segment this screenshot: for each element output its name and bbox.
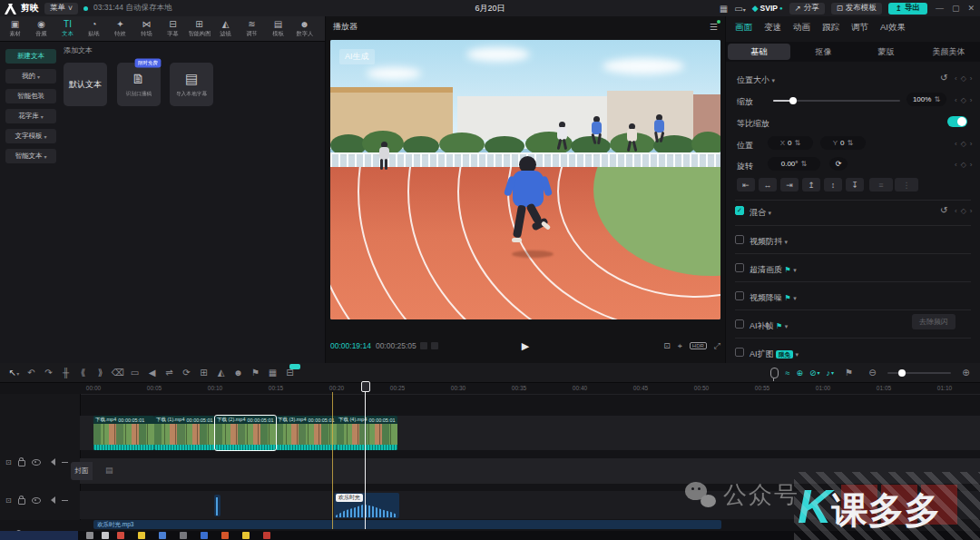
subtab-mask[interactable]: 蒙版 xyxy=(855,42,917,62)
undo-button[interactable]: ↶ xyxy=(23,368,40,378)
rotate-button[interactable]: ⟳ xyxy=(178,368,195,378)
playhead[interactable] xyxy=(365,381,366,529)
monitor-icon[interactable]: ▭▾ xyxy=(734,4,745,14)
sidebar-item-text-templates[interactable]: 文字模板▾ xyxy=(5,129,56,143)
toolbar-item-filters[interactable]: ◭滤镜 xyxy=(212,20,239,38)
tab-ai-effects[interactable]: AI效果 xyxy=(880,22,906,34)
cover-button[interactable]: 封面 xyxy=(71,462,93,480)
auto-snap-toggle[interactable]: ≈ xyxy=(785,368,789,378)
hd-quality-checkbox[interactable] xyxy=(735,263,744,272)
tab-animation[interactable]: 动画 xyxy=(793,22,810,34)
uniform-scale-toggle[interactable] xyxy=(947,116,967,127)
preview-axis-toggle[interactable]: ⊘▾ xyxy=(809,368,820,378)
chroma-key-button[interactable]: ◭ xyxy=(212,368,230,378)
svip-badge[interactable]: ◆ SVIP● xyxy=(752,4,783,13)
timeline-clip[interactable]: 下载 (4).mp400:00:05:01 xyxy=(337,416,397,450)
taskbar-app-icon[interactable] xyxy=(117,532,124,539)
align-left-button[interactable]: ⇤ xyxy=(737,178,755,191)
link-toggle[interactable]: ⊕ xyxy=(796,368,803,378)
redo-button[interactable]: ↷ xyxy=(40,368,57,378)
blend-checkbox[interactable]: ✓ xyxy=(735,206,744,215)
ai-expand-label[interactable]: AI扩图 限免 ▾ xyxy=(750,349,799,360)
toolbar-item-adjust[interactable]: ≋调节 xyxy=(239,20,265,38)
record-voiceover-icon[interactable] xyxy=(770,368,779,378)
sidebar-item-fancy-text[interactable]: 花字库▾ xyxy=(5,109,56,123)
music-track-strip[interactable]: 欢乐时光.mp3 xyxy=(93,520,721,529)
timeline-clip-selected[interactable]: 下载 (2).mp400:00:05:01 xyxy=(215,416,276,450)
keyframe-control[interactable]: ‹◇› xyxy=(955,161,973,169)
align-center-h-button[interactable]: ↔ xyxy=(759,178,777,191)
reset-icon[interactable]: ↺ xyxy=(940,73,947,83)
subtab-cutout[interactable]: 抠像 xyxy=(792,42,855,62)
taskbar-app-icon[interactable] xyxy=(242,532,250,539)
tab-picture[interactable]: 画面 xyxy=(735,22,752,34)
keyframe-control[interactable]: ‹◇› xyxy=(955,140,973,148)
timeline-zoom-slider[interactable] xyxy=(887,372,951,374)
taskbar-app-icon[interactable] xyxy=(221,532,229,539)
toolbar-item-media[interactable]: ▣素材 xyxy=(2,20,28,38)
keyframe-control[interactable]: ‹◇› xyxy=(955,74,973,83)
keyframe-control[interactable]: ‹◇› xyxy=(955,207,973,215)
crop-button[interactable]: ⊞ xyxy=(195,368,212,378)
reset-icon[interactable]: ↺ xyxy=(940,205,947,215)
mute-icon[interactable] xyxy=(47,496,55,504)
toolbar-item-templates[interactable]: ▤模板 xyxy=(265,20,291,38)
timeline-zoom-out[interactable]: ⊖ xyxy=(864,368,881,378)
reverse-button[interactable]: ◀ xyxy=(143,368,161,378)
split-button[interactable]: ╫ xyxy=(57,368,74,378)
layout-icon[interactable]: ▦ xyxy=(720,4,728,14)
taskbar-app-icon[interactable] xyxy=(180,532,187,539)
freeze-frame-button[interactable]: ▭ xyxy=(126,368,143,378)
tab-tracking[interactable]: 跟踪 xyxy=(822,22,839,34)
position-size-label[interactable]: 位置大小 ▾ xyxy=(737,74,775,86)
tab-speed[interactable]: 变速 xyxy=(764,22,781,34)
delete-left-button[interactable]: ⟪ xyxy=(74,368,92,378)
subtab-basic[interactable]: 基础 xyxy=(728,44,790,60)
timeline-zoom-in[interactable]: ⊕ xyxy=(957,368,975,378)
export-button[interactable]: ↥ 导出 xyxy=(888,3,927,15)
deflicker-button[interactable]: 去除频闪 xyxy=(912,314,956,329)
toolbar-item-audio[interactable]: ◉音频 xyxy=(28,20,54,38)
keyframe-control[interactable]: ‹◇› xyxy=(955,96,973,104)
play-button[interactable]: ▶ xyxy=(330,340,720,352)
rotate-button[interactable]: ⟳ xyxy=(829,157,848,171)
denoise-checkbox[interactable] xyxy=(735,291,744,300)
mute-icon[interactable] xyxy=(47,458,55,466)
subtab-beauty[interactable]: 美颜美体 xyxy=(917,42,980,62)
toolbar-item-text[interactable]: TI文本 xyxy=(54,20,81,38)
publish-template-button[interactable]: ⊡ 发布模板 xyxy=(831,3,882,15)
ai-interpolation-checkbox[interactable] xyxy=(735,319,744,329)
blend-label[interactable]: 混合 ▾ xyxy=(750,207,771,219)
toolbar-item-sticker[interactable]: ◔贴纸 xyxy=(81,20,107,38)
audio-clip[interactable]: 欢乐时光 xyxy=(334,493,399,518)
delete-right-button[interactable]: ⟫ xyxy=(92,368,109,378)
flag-button[interactable]: ⚑ xyxy=(840,368,858,378)
lock-icon[interactable] xyxy=(18,498,25,505)
timeline-clip[interactable]: 下载.mp400:00:05:01 xyxy=(93,416,154,450)
align-top-button[interactable]: ↥ xyxy=(802,178,820,191)
stabilize-checkbox[interactable] xyxy=(735,235,744,244)
sidebar-item-smart-pack[interactable]: 智能包装 xyxy=(5,89,56,103)
sidebar-item-smart-text[interactable]: 智能文本▾ xyxy=(5,149,56,163)
mirror-button[interactable]: ⇌ xyxy=(161,368,178,378)
taskbar-app-icon[interactable] xyxy=(102,532,109,539)
hd-quality-label[interactable]: 超清画质 ⚑ ▾ xyxy=(750,264,797,276)
position-y-field[interactable]: Y0⇅ xyxy=(820,136,866,150)
toolbar-item-transition[interactable]: ⋈转场 xyxy=(133,20,160,38)
audio-clip-small[interactable] xyxy=(214,495,220,516)
toolbar-item-effects[interactable]: ✦特效 xyxy=(107,20,133,38)
delete-button[interactable]: ⌫ xyxy=(109,368,126,378)
import-subtitles-card[interactable]: ▤ 导入本地字幕 xyxy=(170,63,213,106)
collapse-icon[interactable] xyxy=(62,500,68,501)
lock-icon[interactable] xyxy=(18,460,25,466)
scale-value[interactable]: 100%⇅ xyxy=(906,93,946,106)
visibility-icon[interactable] xyxy=(32,497,41,504)
taskbar-app-icon[interactable] xyxy=(86,532,93,539)
recognize-script-card[interactable]: 限时免费 🗎 识别口播稿 xyxy=(117,63,161,106)
share-button[interactable]: ↗ 分享 xyxy=(789,3,825,15)
marker-button[interactable]: ⚑ xyxy=(247,368,264,378)
align-bottom-button[interactable]: ↧ xyxy=(846,178,864,191)
position-x-field[interactable]: X0⇅ xyxy=(768,136,813,150)
quick-cut-button[interactable]: ⊟ xyxy=(281,368,299,378)
denoise-label[interactable]: 视频降噪 ⚑ ▾ xyxy=(750,292,797,304)
